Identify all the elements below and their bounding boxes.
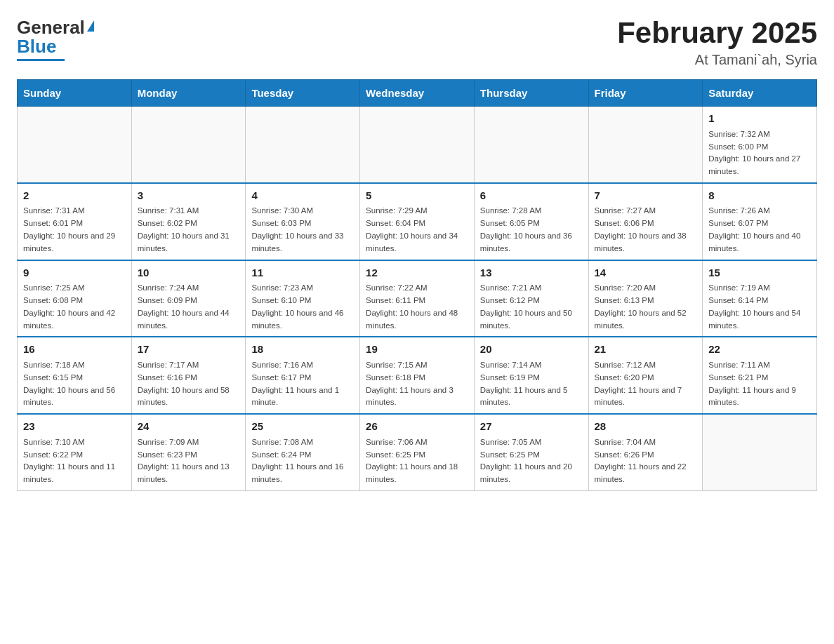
day-number: 13 — [480, 265, 583, 281]
day-number: 28 — [595, 419, 697, 435]
calendar-week-2: 2Sunrise: 7:31 AM Sunset: 6:01 PM Daylig… — [18, 183, 817, 260]
calendar-day: 13Sunrise: 7:21 AM Sunset: 6:12 PM Dayli… — [474, 260, 588, 337]
day-number: 6 — [480, 188, 583, 204]
day-info: Sunrise: 7:06 AM Sunset: 6:25 PM Dayligh… — [366, 436, 468, 486]
day-info: Sunrise: 7:23 AM Sunset: 6:10 PM Dayligh… — [251, 282, 354, 332]
day-number: 17 — [138, 342, 240, 358]
day-info: Sunrise: 7:04 AM Sunset: 6:26 PM Dayligh… — [595, 436, 697, 486]
day-number: 11 — [251, 265, 354, 281]
day-header-thursday: Thursday — [474, 80, 588, 107]
day-info: Sunrise: 7:12 AM Sunset: 6:20 PM Dayligh… — [595, 359, 697, 409]
calendar-day — [131, 107, 246, 183]
day-header-saturday: Saturday — [703, 80, 817, 107]
day-number: 8 — [708, 188, 811, 204]
day-number: 9 — [23, 265, 126, 281]
calendar-day — [360, 107, 475, 183]
days-of-week-row: SundayMondayTuesdayWednesdayThursdayFrid… — [18, 80, 817, 107]
day-header-wednesday: Wednesday — [360, 80, 475, 107]
calendar-week-3: 9Sunrise: 7:25 AM Sunset: 6:08 PM Daylig… — [18, 260, 817, 337]
calendar-day: 23Sunrise: 7:10 AM Sunset: 6:22 PM Dayli… — [18, 414, 132, 490]
logo-blue: Blue — [17, 36, 56, 58]
day-info: Sunrise: 7:31 AM Sunset: 6:02 PM Dayligh… — [138, 205, 240, 255]
day-info: Sunrise: 7:09 AM Sunset: 6:23 PM Dayligh… — [138, 436, 240, 486]
calendar-title: February 2025 — [617, 17, 817, 49]
logo: General Blue — [17, 17, 94, 61]
calendar-day: 24Sunrise: 7:09 AM Sunset: 6:23 PM Dayli… — [131, 414, 246, 490]
calendar-day: 21Sunrise: 7:12 AM Sunset: 6:20 PM Dayli… — [588, 337, 703, 414]
day-number: 14 — [595, 265, 697, 281]
day-header-sunday: Sunday — [18, 80, 132, 107]
calendar-header: SundayMondayTuesdayWednesdayThursdayFrid… — [18, 80, 817, 107]
calendar-day: 19Sunrise: 7:15 AM Sunset: 6:18 PM Dayli… — [360, 337, 475, 414]
day-number: 12 — [366, 265, 468, 281]
day-number: 25 — [251, 419, 354, 435]
day-info: Sunrise: 7:28 AM Sunset: 6:05 PM Dayligh… — [480, 205, 583, 255]
calendar-day: 7Sunrise: 7:27 AM Sunset: 6:06 PM Daylig… — [588, 183, 703, 260]
calendar-day: 9Sunrise: 7:25 AM Sunset: 6:08 PM Daylig… — [18, 260, 132, 337]
day-info: Sunrise: 7:08 AM Sunset: 6:24 PM Dayligh… — [251, 436, 354, 486]
day-info: Sunrise: 7:31 AM Sunset: 6:01 PM Dayligh… — [23, 205, 126, 255]
calendar-day — [474, 107, 588, 183]
day-info: Sunrise: 7:30 AM Sunset: 6:03 PM Dayligh… — [251, 205, 354, 255]
calendar-day: 3Sunrise: 7:31 AM Sunset: 6:02 PM Daylig… — [131, 183, 246, 260]
calendar-day: 28Sunrise: 7:04 AM Sunset: 6:26 PM Dayli… — [588, 414, 703, 490]
day-number: 24 — [138, 419, 240, 435]
day-info: Sunrise: 7:24 AM Sunset: 6:09 PM Dayligh… — [138, 282, 240, 332]
calendar-day: 26Sunrise: 7:06 AM Sunset: 6:25 PM Dayli… — [360, 414, 475, 490]
page-header: General Blue February 2025 At Tamani`ah,… — [17, 17, 817, 68]
day-info: Sunrise: 7:10 AM Sunset: 6:22 PM Dayligh… — [23, 436, 126, 486]
calendar-day: 25Sunrise: 7:08 AM Sunset: 6:24 PM Dayli… — [246, 414, 360, 490]
calendar-day: 14Sunrise: 7:20 AM Sunset: 6:13 PM Dayli… — [588, 260, 703, 337]
calendar-day: 2Sunrise: 7:31 AM Sunset: 6:01 PM Daylig… — [18, 183, 132, 260]
day-info: Sunrise: 7:17 AM Sunset: 6:16 PM Dayligh… — [138, 359, 240, 409]
calendar-subtitle: At Tamani`ah, Syria — [617, 52, 817, 68]
calendar-day: 27Sunrise: 7:05 AM Sunset: 6:25 PM Dayli… — [474, 414, 588, 490]
calendar-week-4: 16Sunrise: 7:18 AM Sunset: 6:15 PM Dayli… — [18, 337, 817, 414]
calendar-day — [246, 107, 360, 183]
day-number: 4 — [251, 188, 354, 204]
calendar-day: 22Sunrise: 7:11 AM Sunset: 6:21 PM Dayli… — [703, 337, 817, 414]
calendar-day: 18Sunrise: 7:16 AM Sunset: 6:17 PM Dayli… — [246, 337, 360, 414]
day-number: 18 — [251, 342, 354, 358]
calendar-day — [703, 414, 817, 490]
day-number: 10 — [138, 265, 240, 281]
calendar-body: 1Sunrise: 7:32 AM Sunset: 6:00 PM Daylig… — [18, 107, 817, 491]
logo-triangle-icon — [87, 20, 94, 32]
calendar-day — [588, 107, 703, 183]
logo-underline — [17, 59, 65, 61]
day-number: 27 — [480, 419, 583, 435]
title-block: February 2025 At Tamani`ah, Syria — [617, 17, 817, 68]
calendar-day: 6Sunrise: 7:28 AM Sunset: 6:05 PM Daylig… — [474, 183, 588, 260]
calendar-day: 10Sunrise: 7:24 AM Sunset: 6:09 PM Dayli… — [131, 260, 246, 337]
day-info: Sunrise: 7:19 AM Sunset: 6:14 PM Dayligh… — [708, 282, 811, 332]
day-number: 22 — [708, 342, 811, 358]
day-number: 5 — [366, 188, 468, 204]
day-info: Sunrise: 7:26 AM Sunset: 6:07 PM Dayligh… — [708, 205, 811, 255]
day-number: 20 — [480, 342, 583, 358]
day-number: 2 — [23, 188, 126, 204]
day-header-friday: Friday — [588, 80, 703, 107]
calendar-week-1: 1Sunrise: 7:32 AM Sunset: 6:00 PM Daylig… — [18, 107, 817, 183]
calendar-day: 12Sunrise: 7:22 AM Sunset: 6:11 PM Dayli… — [360, 260, 475, 337]
day-number: 15 — [708, 265, 811, 281]
day-number: 3 — [138, 188, 240, 204]
day-info: Sunrise: 7:16 AM Sunset: 6:17 PM Dayligh… — [251, 359, 354, 409]
day-number: 21 — [595, 342, 697, 358]
calendar-week-5: 23Sunrise: 7:10 AM Sunset: 6:22 PM Dayli… — [18, 414, 817, 490]
calendar-day: 4Sunrise: 7:30 AM Sunset: 6:03 PM Daylig… — [246, 183, 360, 260]
day-info: Sunrise: 7:29 AM Sunset: 6:04 PM Dayligh… — [366, 205, 468, 255]
day-info: Sunrise: 7:18 AM Sunset: 6:15 PM Dayligh… — [23, 359, 126, 409]
day-info: Sunrise: 7:05 AM Sunset: 6:25 PM Dayligh… — [480, 436, 583, 486]
day-info: Sunrise: 7:11 AM Sunset: 6:21 PM Dayligh… — [708, 359, 811, 409]
calendar-day: 17Sunrise: 7:17 AM Sunset: 6:16 PM Dayli… — [131, 337, 246, 414]
day-info: Sunrise: 7:15 AM Sunset: 6:18 PM Dayligh… — [366, 359, 468, 409]
day-info: Sunrise: 7:32 AM Sunset: 6:00 PM Dayligh… — [708, 128, 811, 178]
calendar-day: 8Sunrise: 7:26 AM Sunset: 6:07 PM Daylig… — [703, 183, 817, 260]
day-info: Sunrise: 7:21 AM Sunset: 6:12 PM Dayligh… — [480, 282, 583, 332]
day-header-tuesday: Tuesday — [246, 80, 360, 107]
day-number: 26 — [366, 419, 468, 435]
calendar-day: 1Sunrise: 7:32 AM Sunset: 6:00 PM Daylig… — [703, 107, 817, 183]
day-number: 1 — [708, 111, 811, 127]
calendar-day: 16Sunrise: 7:18 AM Sunset: 6:15 PM Dayli… — [18, 337, 132, 414]
day-info: Sunrise: 7:25 AM Sunset: 6:08 PM Dayligh… — [23, 282, 126, 332]
